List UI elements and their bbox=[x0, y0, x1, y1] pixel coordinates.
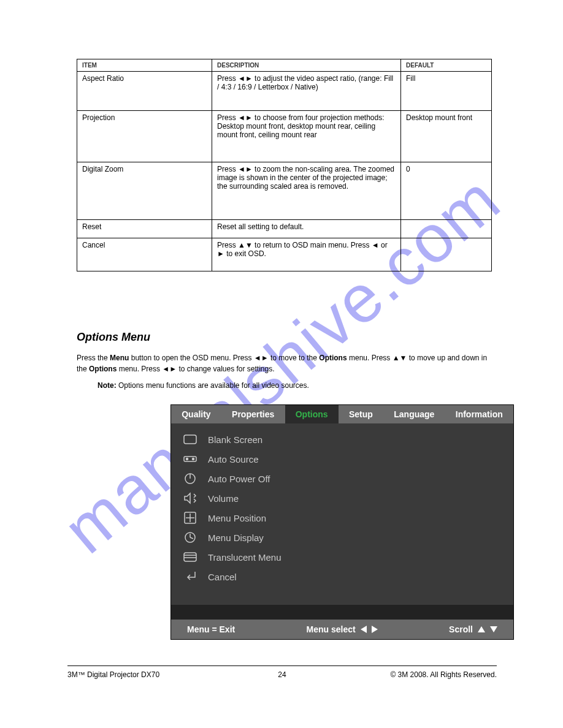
osd-tab-options[interactable]: Options bbox=[285, 405, 339, 423]
osd-tab-quality[interactable]: Quality bbox=[171, 405, 221, 423]
cell-default bbox=[401, 220, 492, 238]
table-row: ProjectionPress ◄► to choose from four p… bbox=[77, 111, 492, 162]
osd-item-menu-display[interactable]: Menu Display bbox=[171, 528, 513, 547]
cell-desc: Press ◄► to adjust the video aspect rati… bbox=[212, 72, 401, 111]
arrow-up-icon bbox=[478, 626, 485, 632]
cell-desc: Press ◄► to zoom the non-scaling area. T… bbox=[212, 162, 401, 220]
page-footer: 3M™ Digital Projector DX70 24 © 3M 2008.… bbox=[67, 670, 497, 679]
cell-desc: Press ▲▼ to return to OSD main menu. Pre… bbox=[212, 238, 401, 271]
osd-item-label: Volume bbox=[208, 493, 239, 504]
osd-footer: Menu = Exit Menu select Scroll bbox=[171, 620, 513, 639]
osd-list: Blank Screen Auto Source Auto Power Off … bbox=[171, 423, 513, 605]
footer-divider bbox=[67, 665, 497, 666]
svg-point-2 bbox=[186, 458, 188, 460]
t: Press the bbox=[77, 354, 110, 362]
col-description: DESCRIPTION bbox=[212, 59, 401, 72]
osd-item-label: Cancel bbox=[208, 572, 237, 582]
note-label: Note: bbox=[98, 381, 117, 390]
t: Options bbox=[319, 354, 347, 362]
osd-item-label: Menu Display bbox=[208, 533, 264, 543]
cell-item: Reset bbox=[77, 220, 212, 238]
osd-item-label: Menu Position bbox=[208, 513, 266, 523]
note-text: Options menu functions are available for… bbox=[118, 381, 309, 390]
t: Options bbox=[89, 365, 117, 373]
t: button to open the OSD menu. Press ◄► to… bbox=[129, 354, 319, 362]
table-row: CancelPress ▲▼ to return to OSD main men… bbox=[77, 238, 492, 271]
auto-power-off-icon bbox=[182, 472, 198, 485]
cell-item: Projection bbox=[77, 111, 212, 162]
cell-desc: Press ◄► to choose from four projection … bbox=[212, 111, 401, 162]
svg-rect-0 bbox=[184, 435, 196, 444]
osd-item-translucent-menu[interactable]: Translucent Menu bbox=[171, 547, 513, 567]
section-intro: Press the Menu button to open the OSD me… bbox=[77, 352, 488, 374]
osd-separator bbox=[171, 605, 513, 620]
table-row: Aspect RatioPress ◄► to adjust the video… bbox=[77, 72, 492, 111]
table-header-row: ITEM DESCRIPTION DEFAULT bbox=[77, 59, 492, 72]
menu-display-icon bbox=[182, 531, 198, 544]
cell-default: 0 bbox=[401, 162, 492, 220]
osd-tab-setup[interactable]: Setup bbox=[339, 405, 383, 423]
table-row: Digital ZoomPress ◄► to zoom the non-sca… bbox=[77, 162, 492, 220]
cell-default: Fill bbox=[401, 72, 492, 111]
t: Menu bbox=[110, 354, 129, 362]
auto-source-icon bbox=[182, 452, 198, 466]
svg-rect-12 bbox=[184, 553, 196, 561]
osd-item-auto-power-off[interactable]: Auto Power Off bbox=[171, 469, 513, 488]
svg-point-3 bbox=[193, 458, 194, 460]
footer-page-number: 24 bbox=[67, 670, 497, 679]
arrow-right-icon bbox=[372, 626, 378, 633]
translucent-menu-icon bbox=[182, 550, 198, 564]
osd-item-volume[interactable]: Volume bbox=[171, 488, 513, 508]
cell-item: Aspect Ratio bbox=[77, 72, 212, 111]
cell-default: Desktop mount front bbox=[401, 111, 492, 162]
osd-item-label: Blank Screen bbox=[208, 434, 262, 445]
t: Menu = Exit bbox=[187, 624, 235, 634]
osd-tab-language[interactable]: Language bbox=[383, 405, 445, 423]
cancel-icon bbox=[182, 570, 198, 583]
cell-desc: Reset all setting to default. bbox=[212, 220, 401, 238]
properties-table: ITEM DESCRIPTION DEFAULT Aspect RatioPre… bbox=[77, 59, 492, 271]
osd-item-auto-source[interactable]: Auto Source bbox=[171, 449, 513, 469]
col-default: DEFAULT bbox=[401, 59, 492, 72]
osd-tab-properties[interactable]: Properties bbox=[221, 405, 285, 423]
section-note: Note: Options menu functions are availab… bbox=[98, 381, 490, 390]
osd-item-menu-position[interactable]: Menu Position bbox=[171, 508, 513, 528]
osd-tab-information[interactable]: Information bbox=[445, 405, 513, 423]
svg-line-11 bbox=[190, 537, 193, 539]
osd-footer-right: Scroll bbox=[449, 624, 497, 634]
cell-item: Cancel bbox=[77, 238, 212, 271]
menu-position-icon bbox=[182, 511, 198, 525]
osd-item-label: Translucent Menu bbox=[208, 552, 282, 563]
osd-footer-left: Menu = Exit bbox=[187, 624, 235, 634]
osd-footer-center: Menu select bbox=[307, 624, 378, 634]
t: Scroll bbox=[449, 624, 473, 634]
section-heading: Options Menu bbox=[77, 331, 150, 344]
osd-item-label: Auto Power Off bbox=[208, 474, 270, 484]
osd-item-cancel[interactable]: Cancel bbox=[171, 567, 513, 586]
col-item: ITEM bbox=[77, 59, 212, 72]
volume-icon bbox=[182, 491, 198, 505]
cell-item: Digital Zoom bbox=[77, 162, 212, 220]
table-row: ResetReset all setting to default. bbox=[77, 220, 492, 238]
arrow-down-icon bbox=[490, 626, 497, 632]
blank-screen-icon bbox=[182, 433, 198, 446]
osd-tab-bar: Quality Properties Options Setup Languag… bbox=[171, 405, 513, 423]
arrow-left-icon bbox=[361, 626, 367, 633]
osd-item-blank-screen[interactable]: Blank Screen bbox=[171, 430, 513, 449]
osd-item-label: Auto Source bbox=[208, 454, 259, 464]
cell-default bbox=[401, 238, 492, 271]
osd-panel: Quality Properties Options Setup Languag… bbox=[170, 404, 514, 640]
t: Menu select bbox=[307, 624, 356, 634]
t: menu. Press ◄► to change values for sett… bbox=[117, 365, 274, 373]
